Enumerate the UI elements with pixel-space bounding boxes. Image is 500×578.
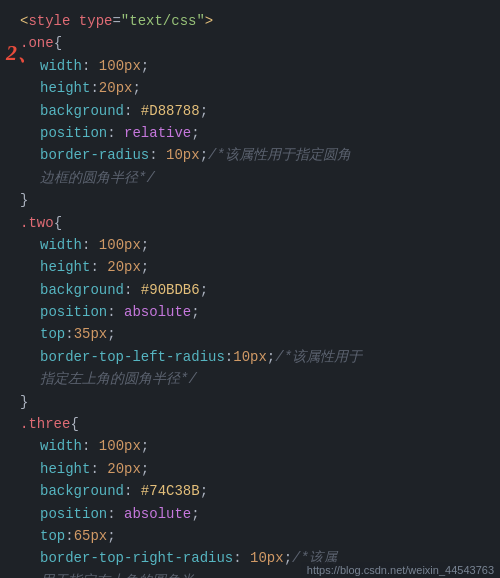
prop-height: height: [40, 77, 90, 99]
colon: :: [82, 234, 99, 256]
selector-name: two: [28, 212, 53, 234]
url-text: https://blog.csdn.net/weixin_44543763: [307, 564, 494, 576]
colon: :: [90, 458, 107, 480]
semi: ;: [107, 525, 115, 547]
colon: :: [107, 503, 124, 525]
equals: =: [112, 10, 120, 32]
val-height: 20px: [107, 458, 141, 480]
val-top: 35px: [74, 323, 108, 345]
line-two-height: height: 20px;: [20, 256, 490, 278]
semi: ;: [141, 234, 149, 256]
prop-bg: background: [40, 100, 124, 122]
colon: :: [90, 77, 98, 99]
colon: :: [233, 547, 250, 569]
comment2: 边框的圆角半径*/: [40, 167, 155, 189]
val-br: 10px: [166, 144, 200, 166]
space: [70, 10, 78, 32]
semi: ;: [107, 323, 115, 345]
semi: ;: [200, 100, 208, 122]
semi: ;: [191, 122, 199, 144]
semi: ;: [200, 480, 208, 502]
prop-pos: position: [40, 503, 107, 525]
red-annotation: 2、: [6, 38, 39, 68]
prop-br: border-radius: [40, 144, 149, 166]
semi: ;: [141, 55, 149, 77]
colon: :: [124, 279, 141, 301]
selector-dot: .: [20, 212, 28, 234]
prop-width: width: [40, 55, 82, 77]
brace-close: }: [20, 189, 28, 211]
line-three-selector: .three{: [20, 413, 490, 435]
colon: :: [107, 122, 124, 144]
val-color: #74C38B: [141, 480, 200, 502]
colon: :: [149, 144, 166, 166]
line-one-close: }: [20, 189, 490, 211]
semi: ;: [132, 77, 140, 99]
val-br: 10px: [250, 547, 284, 569]
prop-height: height: [40, 458, 90, 480]
colon: :: [90, 256, 107, 278]
line-two-selector: .two{: [20, 212, 490, 234]
comment2: 指定左上角的圆角半径*/: [40, 368, 197, 390]
val-color: #D88788: [141, 100, 200, 122]
line-three-width: width: 100px;: [20, 435, 490, 457]
prop-br: border-top-right-radius: [40, 547, 233, 569]
colon: :: [65, 525, 73, 547]
val-br: 10px: [233, 346, 267, 368]
comment1: /*该属性用于指定圆角: [208, 144, 351, 166]
tag-close: >: [205, 10, 213, 32]
colon: :: [82, 55, 99, 77]
val-width: 100px: [99, 234, 141, 256]
val-pos: absolute: [124, 301, 191, 323]
line-three-height: height: 20px;: [20, 458, 490, 480]
prop-height: height: [40, 256, 90, 278]
colon: :: [107, 301, 124, 323]
line-two-comment2: 指定左上角的圆角半径*/: [20, 368, 490, 390]
selector-name: three: [28, 413, 70, 435]
colon: :: [225, 346, 233, 368]
prop-pos: position: [40, 122, 107, 144]
prop-pos: position: [40, 301, 107, 323]
brace-close: }: [20, 391, 28, 413]
val-width: 100px: [99, 435, 141, 457]
brace-open: {: [54, 32, 62, 54]
semi: ;: [284, 547, 292, 569]
line-one-comment2: 边框的圆角半径*/: [20, 167, 490, 189]
semi: ;: [141, 458, 149, 480]
line-one-bg: background: #D88788;: [20, 100, 490, 122]
code-block: <style type="text/css"> .one{ width: 100…: [0, 0, 500, 578]
line-one-br: border-radius: 10px;/*该属性用于指定圆角: [20, 144, 490, 166]
val-top: 65px: [74, 525, 108, 547]
val-height: 20px: [99, 77, 133, 99]
line-one-selector: .one{: [20, 32, 490, 54]
semi: ;: [200, 279, 208, 301]
val-pos: relative: [124, 122, 191, 144]
line-three-bg: background: #74C38B;: [20, 480, 490, 502]
val-height: 20px: [107, 256, 141, 278]
prop-top: top: [40, 323, 65, 345]
colon: :: [124, 480, 141, 502]
line-one-pos: position: relative;: [20, 122, 490, 144]
prop-br: border-top-left-radius: [40, 346, 225, 368]
semi: ;: [191, 301, 199, 323]
line-style-tag: <style type="text/css">: [20, 10, 490, 32]
attr-type: type: [79, 10, 113, 32]
comment2: 用于指定右上角的圆角半: [40, 570, 194, 578]
attr-value: "text/css": [121, 10, 205, 32]
semi: ;: [200, 144, 208, 166]
colon: :: [124, 100, 141, 122]
tag-bracket: <: [20, 10, 28, 32]
comment1: /*该属性用于: [275, 346, 362, 368]
line-two-width: width: 100px;: [20, 234, 490, 256]
tag-name: style: [28, 10, 70, 32]
semi: ;: [141, 256, 149, 278]
line-two-top: top:35px;: [20, 323, 490, 345]
prop-bg: background: [40, 480, 124, 502]
prop-width: width: [40, 435, 82, 457]
prop-top: top: [40, 525, 65, 547]
colon: :: [65, 323, 73, 345]
selector-dot: .: [20, 413, 28, 435]
line-three-pos: position: absolute;: [20, 503, 490, 525]
semi: ;: [141, 435, 149, 457]
prop-width: width: [40, 234, 82, 256]
